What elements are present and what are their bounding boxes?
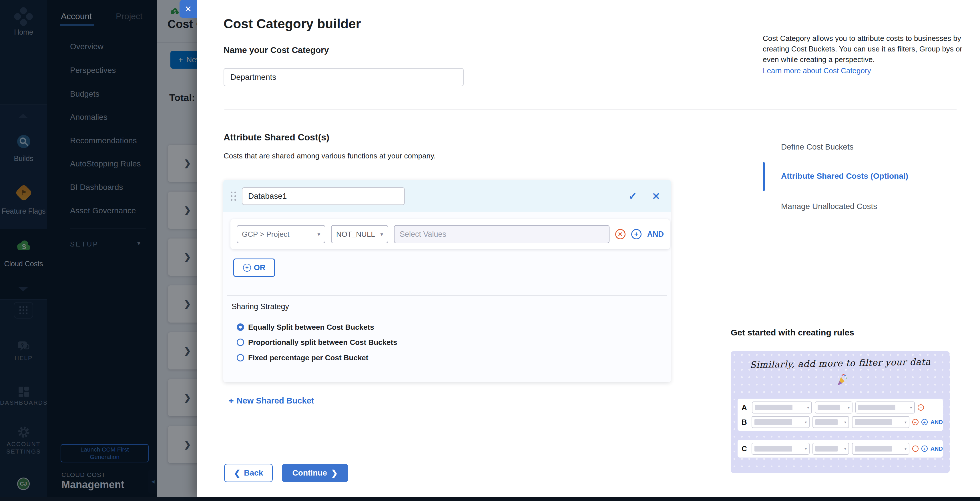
close-icon: ✕ bbox=[652, 191, 660, 202]
rules-illustration: Similarly, add more to filter your data … bbox=[731, 351, 950, 473]
get-started-heading: Get started with creating rules bbox=[731, 328, 854, 337]
illustration-row-c: C ▾ ▾ ▾ − + AND bbox=[741, 443, 943, 455]
illustration-annotation: Similarly, add more to filter your data bbox=[731, 356, 950, 370]
delete-condition-icon[interactable]: ✕ bbox=[615, 229, 625, 239]
add-or-condition-button[interactable]: + OR bbox=[233, 259, 275, 277]
illustration-row-b: B ▾ ▾ ▾ − + AND bbox=[741, 416, 943, 428]
radio-proportionally-split[interactable]: Proportionally split between Cost Bucket… bbox=[237, 337, 398, 347]
active-step-indicator bbox=[763, 162, 765, 191]
chevron-left-icon: ❮ bbox=[234, 468, 240, 478]
radio-icon[interactable] bbox=[237, 339, 244, 346]
sharing-strategy-label: Sharing Strategy bbox=[232, 302, 289, 311]
radio-fixed-percentage[interactable]: Fixed percentage per Cost Bucket bbox=[237, 353, 368, 363]
minus-icon: − bbox=[912, 445, 918, 452]
name-section-label: Name your Cost Category bbox=[224, 45, 329, 55]
cancel-bucket-button[interactable]: ✕ bbox=[651, 190, 662, 202]
cost-category-name-input[interactable] bbox=[224, 68, 464, 86]
plus-icon: + bbox=[228, 396, 234, 406]
plus-icon: + bbox=[921, 445, 928, 452]
modal-close-button[interactable]: ✕ bbox=[180, 0, 197, 18]
new-shared-bucket-button[interactable]: + New Shared Bucket bbox=[227, 395, 316, 406]
condition-row: GCP > Project ▾ NOT_NULL ▾ ✕ + AND bbox=[231, 219, 670, 249]
illustration-rule-group: C ▾ ▾ ▾ − + AND bbox=[738, 440, 943, 458]
close-icon: ✕ bbox=[185, 4, 191, 14]
confirm-bucket-name-button[interactable]: ✓ bbox=[627, 190, 639, 202]
shared-bucket-card: ✓ ✕ GCP > Project ▾ NOT_NULL ▾ ✕ + AND + bbox=[223, 180, 671, 382]
back-button[interactable]: ❮ Back bbox=[224, 464, 273, 482]
plus-circle-icon: + bbox=[243, 264, 251, 272]
app-root: Home Builds ⚑ Feature Flags $ Cloud Cost… bbox=[0, 0, 980, 501]
chevron-down-icon: ▾ bbox=[317, 231, 320, 238]
minus-icon: − bbox=[912, 419, 918, 425]
illustration-rule-group: A ▾ ▾ ▾ − B ▾ ▾ ▾ − + AND bbox=[738, 399, 943, 431]
radio-equally-split[interactable]: Equally Split between Cost Buckets bbox=[237, 322, 374, 332]
party-popper-icon bbox=[835, 373, 848, 386]
illustration-row-a: A ▾ ▾ ▾ − bbox=[741, 401, 943, 414]
shared-costs-description: Costs that are shared among various func… bbox=[224, 151, 436, 161]
cost-category-builder-modal: Cost Category builder Name your Cost Cat… bbox=[197, 0, 980, 497]
section-divider bbox=[224, 109, 956, 110]
step-define-cost-buckets[interactable]: Define Cost Buckets bbox=[781, 142, 854, 151]
modal-title: Cost Category builder bbox=[224, 16, 361, 32]
step-attribute-shared-costs[interactable]: Attribute Shared Costs (Optional) bbox=[781, 172, 908, 181]
chevron-right-icon: ❯ bbox=[331, 468, 337, 478]
and-label[interactable]: AND bbox=[647, 230, 664, 239]
bucket-divider bbox=[227, 295, 667, 296]
add-and-condition-icon[interactable]: + bbox=[631, 229, 641, 239]
continue-button[interactable]: Continue ❯ bbox=[282, 464, 348, 482]
step-manage-unallocated-costs[interactable]: Manage Unallocated Costs bbox=[781, 202, 877, 211]
operator-select[interactable]: NOT_NULL ▾ bbox=[331, 225, 388, 243]
radio-icon[interactable] bbox=[237, 354, 244, 361]
values-input[interactable] bbox=[394, 225, 609, 243]
field-select[interactable]: GCP > Project ▾ bbox=[237, 225, 325, 243]
minus-icon: − bbox=[918, 404, 924, 410]
check-icon: ✓ bbox=[628, 190, 637, 202]
shared-costs-heading: Attribute Shared Cost(s) bbox=[224, 132, 329, 143]
bucket-header: ✓ ✕ bbox=[223, 180, 671, 212]
radio-icon[interactable] bbox=[237, 323, 244, 331]
bucket-name-input[interactable] bbox=[242, 187, 405, 205]
plus-icon: + bbox=[921, 419, 928, 425]
drag-handle-icon[interactable] bbox=[231, 192, 236, 201]
learn-more-link[interactable]: Learn more about Cost Category bbox=[763, 65, 871, 76]
chevron-down-icon: ▾ bbox=[380, 231, 383, 238]
cost-category-help-text: Cost Category allows you to attribute co… bbox=[763, 33, 963, 76]
